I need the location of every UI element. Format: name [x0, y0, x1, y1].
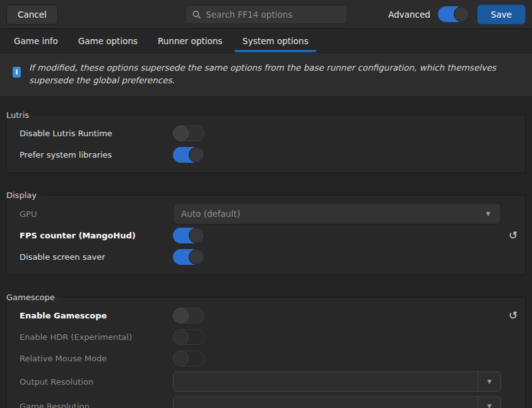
options-panel: Lutris Disable Lutris Runtime Prefer sys…: [0, 97, 532, 408]
option-label: FPS counter (MangoHud): [20, 231, 173, 240]
option-label: Game Resolution: [20, 402, 173, 408]
toggle-relative-mouse-mode[interactable]: [173, 351, 204, 366]
search-input[interactable]: [206, 9, 340, 20]
switch-knob: [189, 249, 204, 265]
search-icon: [192, 10, 201, 19]
option-label: Prefer system libraries: [20, 150, 173, 160]
option-label: Enable Gamescope: [20, 311, 173, 320]
switch-knob: [173, 329, 189, 345]
option-label: Enable HDR (Experimental): [20, 332, 173, 342]
tab-game-options[interactable]: Game options: [72, 29, 144, 52]
output-resolution-dropdown-button[interactable]: ▼: [478, 372, 500, 391]
save-button[interactable]: Save: [477, 4, 526, 25]
toggle-prefer-system-libraries[interactable]: [173, 147, 204, 163]
section-lutris: Lutris Disable Lutris Runtime Prefer sys…: [6, 110, 526, 173]
section-gamescope: Gamescope Enable Gamescope ↺ Enable HDR …: [6, 293, 526, 408]
tab-game-info[interactable]: Game info: [8, 29, 64, 52]
option-label: Relative Mouse Mode: [20, 354, 173, 363]
option-label: Disable Lutris Runtime: [20, 129, 173, 138]
option-row-enable-hdr: Enable HDR (Experimental): [7, 327, 525, 347]
chevron-down-icon: ▼: [487, 379, 492, 385]
info-banner-text: If modified, these options supersede the…: [29, 62, 519, 86]
option-row-output-resolution: Output Resolution ▼: [7, 370, 525, 393]
game-resolution-combo: ▼: [173, 396, 501, 408]
option-row-game-resolution: Game Resolution ▼: [7, 394, 525, 408]
chevron-down-icon: ▼: [487, 404, 492, 408]
advanced-label: Advanced: [388, 9, 430, 20]
toggle-disable-lutris-runtime[interactable]: [173, 125, 204, 141]
advanced-toggle[interactable]: [438, 6, 470, 22]
reset-option-icon[interactable]: ↺: [509, 230, 517, 241]
reset-option-icon[interactable]: ↺: [509, 310, 517, 321]
section-title-lutris: Lutris: [6, 110, 33, 120]
toggle-fps-counter[interactable]: [173, 228, 204, 243]
option-row-relative-mouse-mode: Relative Mouse Mode: [7, 348, 525, 369]
switch-knob: [173, 351, 189, 366]
gpu-dropdown-value: Auto (default): [181, 209, 240, 219]
output-resolution-input[interactable]: [174, 372, 478, 391]
option-row-disable-screen-saver: Disable screen saver: [7, 247, 525, 267]
header-bar: Cancel Advanced Save: [0, 0, 532, 29]
option-label: GPU: [20, 209, 173, 219]
option-label: Disable screen saver: [20, 252, 173, 262]
chevron-down-icon: ▼: [486, 211, 490, 217]
option-row-fps-counter: FPS counter (MangoHud) ↺: [7, 225, 525, 246]
section-title-gamescope: Gamescope: [6, 293, 59, 302]
gpu-dropdown[interactable]: Auto (default) ▼: [173, 203, 501, 224]
header-right-group: Advanced Save: [388, 4, 526, 25]
output-resolution-combo: ▼: [173, 371, 501, 392]
search-box[interactable]: [185, 5, 347, 24]
option-row-enable-gamescope: Enable Gamescope ↺: [7, 305, 525, 326]
cancel-button[interactable]: Cancel: [6, 4, 58, 25]
switch-knob: [173, 308, 189, 323]
option-row-gpu: GPU Auto (default) ▼: [7, 203, 525, 224]
switch-knob: [189, 147, 204, 163]
game-resolution-input[interactable]: [174, 397, 478, 408]
switch-knob: [189, 228, 204, 243]
option-row-disable-lutris-runtime: Disable Lutris Runtime: [7, 123, 525, 144]
tab-bar: Game info Game options Runner options Sy…: [0, 29, 532, 53]
section-display: Display GPU Auto (default) ▼ FPS counter…: [6, 190, 526, 275]
info-banner: i If modified, these options supersede t…: [0, 53, 532, 97]
option-row-prefer-system-libraries: Prefer system libraries: [7, 144, 525, 165]
toggle-enable-gamescope[interactable]: [173, 308, 204, 323]
section-title-display: Display: [6, 190, 40, 200]
switch-knob: [173, 125, 189, 141]
switch-knob: [454, 6, 470, 22]
toggle-enable-hdr[interactable]: [173, 329, 204, 345]
toggle-disable-screen-saver[interactable]: [173, 249, 204, 265]
option-label: Output Resolution: [20, 377, 173, 387]
tab-system-options[interactable]: System options: [236, 29, 314, 52]
info-icon: i: [13, 67, 21, 78]
tab-runner-options[interactable]: Runner options: [151, 29, 228, 52]
game-resolution-dropdown-button[interactable]: ▼: [478, 397, 500, 408]
